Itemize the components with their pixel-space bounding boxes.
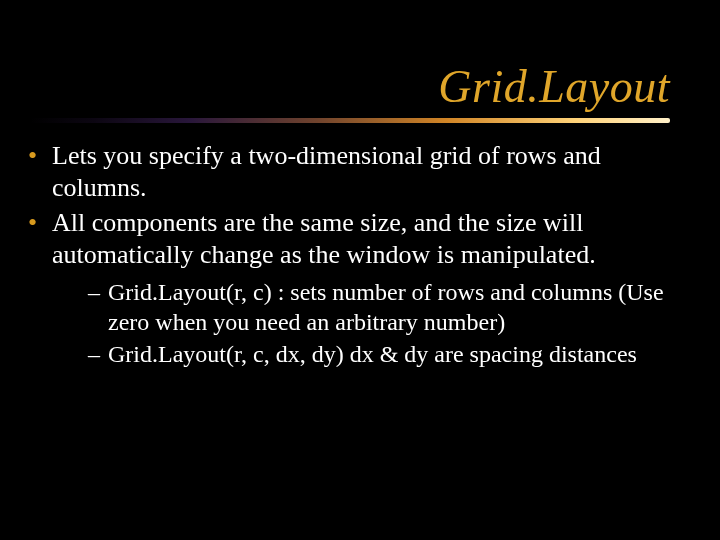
bullet-text: Lets you specify a two-dimensional grid … (52, 141, 601, 202)
bullet-item: All components are the same size, and th… (24, 207, 696, 368)
bullet-item: Lets you specify a two-dimensional grid … (24, 140, 696, 203)
title-underline (30, 118, 670, 123)
subbullet-list: Grid.Layout(r, c) : sets number of rows … (88, 277, 696, 369)
slide-body: Lets you specify a two-dimensional grid … (24, 140, 696, 373)
slide-title: Grid.Layout (438, 61, 670, 112)
subbullet-item: Grid.Layout(r, c, dx, dy) dx & dy are sp… (88, 339, 696, 369)
bullet-list: Lets you specify a two-dimensional grid … (24, 140, 696, 369)
subbullet-text: Grid.Layout(r, c) : sets number of rows … (108, 279, 664, 335)
title-wrap: Grid.Layout (0, 60, 720, 113)
subbullet-item: Grid.Layout(r, c) : sets number of rows … (88, 277, 696, 337)
subbullet-text: Grid.Layout(r, c, dx, dy) dx & dy are sp… (108, 341, 637, 367)
bullet-text: All components are the same size, and th… (52, 208, 596, 269)
